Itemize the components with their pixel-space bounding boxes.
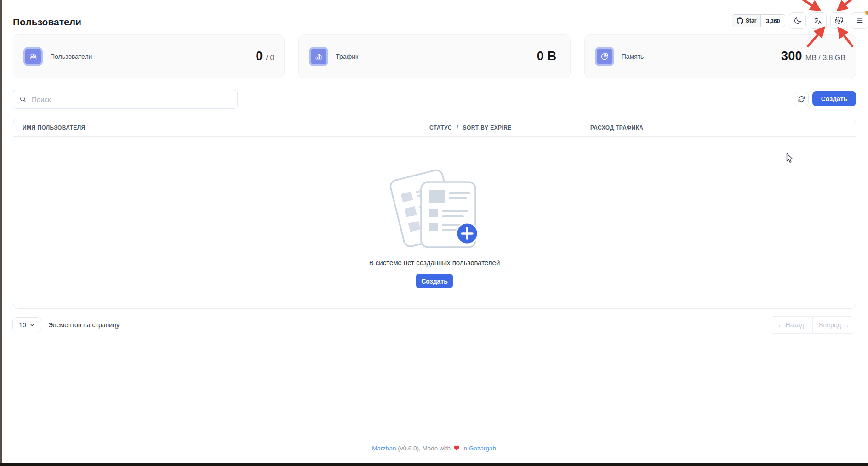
empty-illustration bbox=[388, 161, 482, 248]
search-icon bbox=[19, 96, 27, 103]
pagination-controls: ← Назад Вперед → bbox=[769, 316, 856, 334]
app-window: Пользователи Star 3,360 bbox=[0, 0, 868, 466]
notification-dot bbox=[865, 11, 868, 15]
github-star-button[interactable]: Star 3,360 bbox=[732, 14, 785, 27]
stat-value-main: 300 bbox=[781, 49, 802, 63]
memory-icon bbox=[600, 52, 609, 61]
status-sort-label[interactable]: СТАТУС bbox=[429, 125, 452, 131]
stat-label: Пользователи bbox=[50, 53, 92, 60]
create-button[interactable]: Создать bbox=[812, 91, 856, 106]
stat-icon-box bbox=[309, 47, 328, 66]
stat-value-suffix: / 0 bbox=[266, 54, 274, 62]
stat-label: Память bbox=[622, 53, 644, 60]
empty-message: В системе нет созданных пользователей bbox=[369, 259, 500, 267]
gear-icon bbox=[834, 17, 843, 25]
translate-icon bbox=[814, 17, 822, 25]
chevron-down-icon bbox=[29, 322, 35, 328]
language-button[interactable] bbox=[810, 12, 827, 29]
github-star-segment[interactable]: Star bbox=[732, 15, 761, 27]
search-box bbox=[13, 90, 238, 109]
expire-sort-label[interactable]: SORT BY EXPIRE bbox=[463, 125, 512, 131]
settings-button[interactable] bbox=[830, 12, 847, 29]
stat-value-main: 0 bbox=[256, 49, 263, 63]
stat-value: 300 MB / 3.8 GB bbox=[781, 49, 845, 63]
table-empty-state: В системе нет созданных пользователей Со… bbox=[13, 137, 856, 288]
footer-in-text: in bbox=[463, 445, 468, 452]
refresh-button[interactable] bbox=[794, 92, 809, 106]
moon-icon bbox=[794, 17, 802, 25]
stat-icon-box bbox=[595, 47, 614, 66]
header-actions: Star 3,360 bbox=[732, 12, 868, 29]
github-icon bbox=[737, 17, 743, 24]
stat-value: 0 / 0 bbox=[256, 49, 274, 63]
stat-value: 0 B bbox=[537, 49, 560, 63]
stat-value-suffix: MB / 3.8 GB bbox=[805, 54, 845, 62]
table-header-row: ИМЯ ПОЛЬЗОВАТЕЛЯ СТАТУС/SORT BY EXPIRE Р… bbox=[13, 119, 856, 137]
stats-row: Пользователи 0 / 0 Трафик 0 B Память 300 bbox=[13, 34, 856, 78]
page-title: Пользователи bbox=[13, 17, 81, 28]
column-header-status[interactable]: СТАТУС/SORT BY EXPIRE bbox=[429, 125, 590, 131]
empty-create-button[interactable]: Создать bbox=[416, 274, 453, 288]
stat-card-traffic: Трафик 0 B bbox=[298, 34, 570, 78]
column-header-username[interactable]: ИМЯ ПОЛЬЗОВАТЕЛЯ bbox=[13, 125, 429, 131]
heart-icon bbox=[453, 445, 460, 451]
left-edge-bar bbox=[0, 0, 2, 466]
next-button[interactable]: Вперед → bbox=[813, 317, 856, 333]
stat-card-memory: Память 300 MB / 3.8 GB bbox=[584, 34, 856, 78]
stat-icon-box bbox=[23, 47, 43, 66]
search-input[interactable] bbox=[31, 95, 231, 104]
column-header-traffic[interactable]: РАСХОД ТРАФИКА bbox=[590, 125, 856, 131]
traffic-icon bbox=[314, 52, 323, 61]
users-table: ИМЯ ПОЛЬЗОВАТЕЛЯ СТАТУС/SORT BY EXPIRE Р… bbox=[13, 119, 856, 309]
header-divider: / bbox=[457, 125, 458, 131]
users-icon bbox=[29, 52, 38, 61]
stat-value-main: 0 B bbox=[537, 49, 557, 63]
footer-version-text: (v0.6.0), Made with bbox=[398, 445, 451, 452]
page-size-value: 10 bbox=[19, 321, 26, 329]
refresh-icon bbox=[798, 96, 805, 102]
bottom-edge-bar bbox=[0, 463, 868, 466]
add-circle-icon bbox=[457, 223, 478, 244]
page-size-select[interactable]: 10 bbox=[12, 317, 41, 332]
footer: Marzban (v0.6.0), Made with in Gozargah bbox=[0, 445, 868, 452]
footer-link-gozargah[interactable]: Gozargah bbox=[469, 445, 496, 452]
prev-button[interactable]: ← Назад bbox=[769, 317, 813, 333]
stat-label: Трафик bbox=[336, 53, 358, 60]
menu-button[interactable] bbox=[851, 12, 868, 29]
dark-mode-button[interactable] bbox=[789, 12, 806, 29]
github-star-label: Star bbox=[746, 17, 756, 24]
github-star-count-segment[interactable]: 3,360 bbox=[761, 17, 785, 25]
github-star-count: 3,360 bbox=[766, 18, 780, 24]
stat-card-users: Пользователи 0 / 0 bbox=[13, 34, 285, 78]
footer-link-marzban[interactable]: Marzban bbox=[372, 445, 396, 452]
page-size-label: Элементов на страницу bbox=[48, 321, 120, 329]
menu-icon bbox=[856, 17, 864, 25]
